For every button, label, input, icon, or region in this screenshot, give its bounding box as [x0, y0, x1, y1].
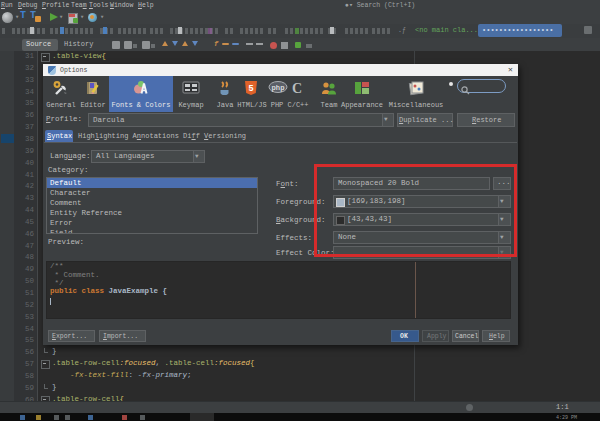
- svg-text:php: php: [272, 84, 285, 92]
- svg-text:C: C: [292, 81, 302, 96]
- svg-text:5: 5: [248, 83, 253, 93]
